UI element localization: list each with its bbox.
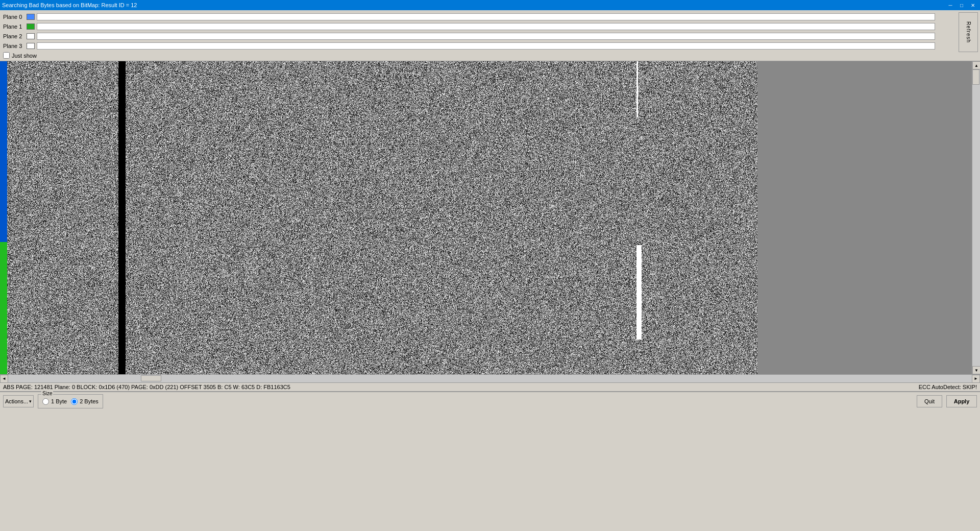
horizontal-scrollbar[interactable]: ◄ ► [0, 374, 980, 382]
bitmap-container: ▲ ▼ [0, 61, 980, 374]
plane-3-color[interactable] [27, 43, 35, 49]
left-indicator [0, 61, 7, 374]
status-bar: ABS PAGE: 121481 Plane: 0 BLOCK: 0x1D6 (… [0, 382, 980, 392]
scroll-up-arrow[interactable]: ▲ [972, 61, 980, 69]
plane-1-row: Plane 1 XOR [3, 22, 977, 31]
size-1byte-radio[interactable] [42, 398, 49, 405]
plane-1-color[interactable] [27, 23, 35, 30]
just-show-row: Just show [3, 52, 977, 59]
plane-0-label: Plane 0 [3, 14, 24, 20]
plane-2-input[interactable] [37, 33, 935, 40]
scroll-left-arrow[interactable]: ◄ [0, 375, 8, 383]
black-stripe [118, 61, 126, 374]
scroll-down-arrow[interactable]: ▼ [972, 366, 980, 374]
white-line-top [636, 61, 638, 117]
minimize-button[interactable]: ─ [945, 1, 955, 9]
title-bar: Searching Bad Bytes based on BitMap: Res… [0, 0, 980, 10]
status-right: ECC AutoDetect: SKIP! [919, 384, 977, 390]
plane-0-color[interactable] [27, 14, 35, 20]
plane-0-input[interactable] [37, 13, 935, 20]
size-2bytes-label: 2 Bytes [80, 398, 99, 404]
scroll-thumb-vertical[interactable] [972, 69, 979, 85]
plane-1-label: Plane 1 [3, 23, 24, 30]
scroll-track-horizontal[interactable] [8, 375, 972, 382]
plane-2-color[interactable] [27, 33, 35, 39]
plane-2-label: Plane 2 [3, 33, 24, 39]
size-2bytes-option[interactable]: 2 Bytes [71, 398, 99, 405]
bottom-toolbar: Actions... Size 1 Byte 2 Bytes Quit Appl… [0, 392, 980, 411]
just-show-checkbox[interactable] [3, 52, 10, 59]
close-button[interactable]: ✕ [968, 1, 978, 9]
size-group-label: Size [41, 391, 53, 396]
controls-area: Plane 0 XOR Plane 1 XOR Plane 2 XOR Plan… [0, 10, 980, 61]
size-2bytes-radio[interactable] [71, 398, 78, 405]
plane-0-row: Plane 0 XOR [3, 12, 977, 21]
refresh-button[interactable]: Refresh [959, 12, 978, 52]
apply-button[interactable]: Apply [946, 395, 977, 407]
plane-1-input[interactable] [37, 23, 935, 30]
window-title: Searching Bad Bytes based on BitMap: Res… [2, 2, 137, 8]
maximize-button[interactable]: □ [957, 1, 967, 9]
scroll-right-arrow[interactable]: ► [972, 375, 980, 383]
status-left: ABS PAGE: 121481 Plane: 0 BLOCK: 0x1D6 (… [3, 384, 909, 390]
plane-3-input[interactable] [37, 42, 935, 50]
size-group: Size 1 Byte 2 Bytes [38, 394, 103, 408]
size-1byte-label: 1 Byte [51, 398, 67, 404]
plane-3-row: Plane 3 XOR [3, 41, 977, 50]
white-stripe [636, 245, 642, 340]
scroll-track-vertical[interactable] [972, 69, 980, 366]
size-1byte-option[interactable]: 1 Byte [42, 398, 67, 405]
just-show-label[interactable]: Just show [12, 53, 37, 59]
actions-button[interactable]: Actions... [3, 395, 34, 407]
plane-3-label: Plane 3 [3, 43, 24, 49]
vertical-scrollbar[interactable]: ▲ ▼ [972, 61, 980, 374]
title-bar-controls: ─ □ ✕ [945, 1, 978, 9]
quit-button[interactable]: Quit [917, 395, 942, 407]
scroll-thumb-horizontal[interactable] [141, 375, 161, 381]
plane-2-row: Plane 2 XOR [3, 32, 977, 40]
